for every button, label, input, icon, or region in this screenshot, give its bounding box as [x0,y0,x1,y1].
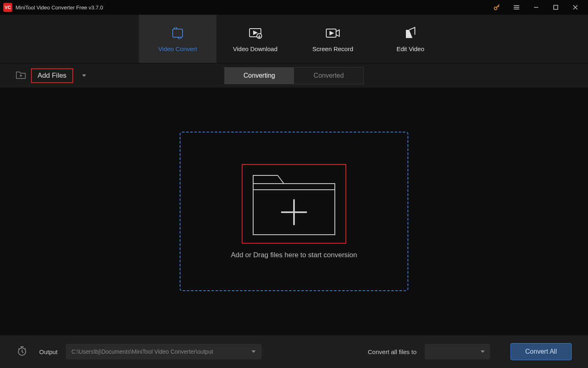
close-icon[interactable] [569,1,581,13]
record-icon [325,26,341,40]
chevron-down-icon [480,350,485,353]
main-nav: Video Convert Video Download Screen Reco… [0,15,588,63]
nav-screen-record[interactable]: Screen Record [294,15,372,63]
svg-rect-5 [554,5,558,9]
download-icon [248,26,263,40]
titlebar: VC MiniTool Video Converter Free v3.7.0 [0,0,588,15]
footer: Output C:\Users\bj\Documents\MiniTool Vi… [0,335,588,368]
maximize-icon[interactable] [550,1,562,13]
content-area: Add or Drag files here to start conversi… [0,88,588,335]
convert-all-label: Convert all files to [368,348,416,355]
clock-icon[interactable] [16,345,28,358]
dropzone[interactable]: Add or Drag files here to start conversi… [180,132,408,291]
output-label: Output [39,348,58,355]
add-folder-icon[interactable] [16,70,26,81]
window-title: MiniTool Video Converter Free v3.7.0 [16,4,491,11]
titlebar-controls [491,1,585,13]
svg-marker-10 [254,31,257,34]
folder-plus-icon [249,167,339,239]
app-logo: VC [3,3,12,12]
convert-format-select[interactable] [425,344,490,359]
menu-icon[interactable] [510,1,523,13]
convert-icon [170,26,185,40]
minimize-icon[interactable] [530,1,542,13]
nav-video-convert[interactable]: Video Convert [139,15,216,63]
nav-video-download[interactable]: Video Download [216,15,294,63]
tab-converted[interactable]: Converted [294,67,363,84]
add-files-group: Add Files [16,68,87,83]
nav-label: Screen Record [312,45,353,52]
nav-edit-video[interactable]: Edit Video [372,15,449,63]
svg-marker-13 [330,31,333,35]
tab-converting[interactable]: Converting [225,67,294,84]
nav-label: Video Download [233,45,278,52]
app-logo-text: VC [4,5,11,10]
chevron-down-icon [251,350,256,353]
svg-marker-21 [481,350,485,353]
svg-marker-20 [252,350,256,353]
add-files-button[interactable]: Add Files [31,68,73,83]
output-path-text: C:\Users\bj\Documents\MiniTool Video Con… [71,348,213,355]
convert-all-button[interactable]: Convert All [510,343,572,360]
nav-label: Video Convert [158,45,197,52]
add-files-dropdown-icon[interactable] [81,72,87,79]
toolbar: Add Files Converting Converted [0,63,588,88]
svg-rect-8 [173,29,183,37]
dropzone-add-button[interactable] [242,164,346,244]
svg-marker-16 [82,74,86,77]
dropzone-text: Add or Drag files here to start conversi… [231,251,357,259]
app-window: VC MiniTool Video Converter Free v3.7.0 [0,0,588,368]
key-icon[interactable] [491,1,503,13]
edit-icon [404,26,416,40]
output-path-select[interactable]: C:\Users\bj\Documents\MiniTool Video Con… [66,344,262,359]
conversion-tabs: Converting Converted [224,67,364,84]
nav-label: Edit Video [396,45,424,52]
